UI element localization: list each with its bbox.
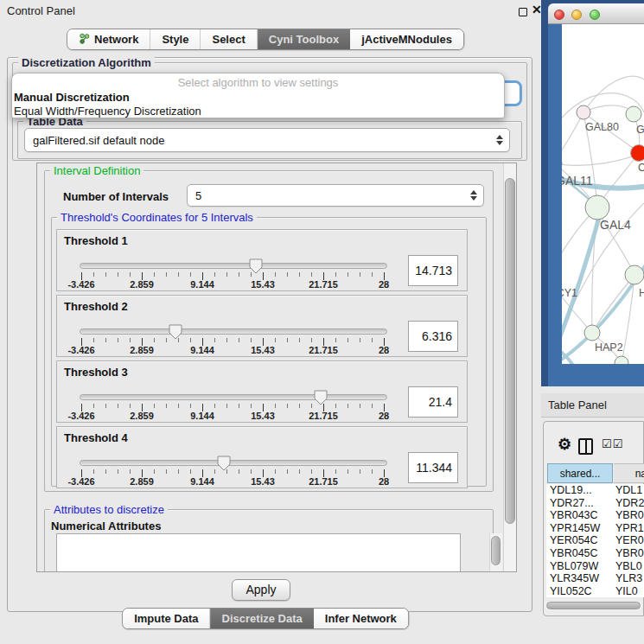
node-partial-right (625, 265, 644, 284)
tick-label: 2.859 (116, 279, 168, 290)
node-partial-bottom (615, 356, 628, 364)
table-hscrollbar-thumb[interactable] (546, 602, 641, 609)
group-title: Discretization Algorithm (18, 56, 155, 69)
cell-name: YBR0 (610, 547, 644, 560)
tick-label: 15.43 (237, 411, 289, 421)
zoom-traffic-light-icon[interactable] (590, 10, 600, 20)
table-row[interactable]: YBL079W YBL0 (546, 560, 644, 573)
node-label: GAL80 (585, 121, 619, 133)
cell-name: YDR2 (610, 497, 644, 510)
close-traffic-light-icon[interactable] (554, 10, 564, 20)
threshold-value-field[interactable]: 11.344 (408, 452, 458, 483)
table-row[interactable]: YDR27... YDR2 (546, 497, 644, 510)
tick-label: 9.144 (176, 345, 228, 355)
tab-label: Style (162, 33, 188, 46)
tab-cyni-toolbox[interactable]: Cyni Toolbox (258, 29, 350, 49)
attribute-item[interactable] (57, 562, 460, 572)
threshold-value-field[interactable]: 6.316 (408, 321, 458, 352)
gear-icon[interactable]: ⚙ (558, 435, 571, 454)
panel-title: Control Panel (7, 4, 75, 17)
tick-label: 28 (358, 476, 410, 487)
slider-handle[interactable] (169, 324, 182, 340)
threshold-panel: Threshold 3 -3.426 2.859 9.144 15.43 21.… (56, 360, 468, 423)
table-row[interactable]: YER054C YER0 (546, 534, 644, 547)
tick-label: 21.715 (297, 476, 349, 487)
slider-track[interactable] (80, 394, 387, 400)
network-graph-icon (79, 33, 90, 47)
group-title: Attributes to discretize (50, 503, 168, 516)
tab-label: jActiveMNodules (361, 33, 452, 46)
tab-infer-network[interactable]: Infer Network (314, 609, 408, 628)
tick-label: 2.859 (116, 476, 168, 487)
settings-scrollbar-thumb[interactable] (505, 178, 515, 524)
cell-name: YBL0 (610, 560, 644, 573)
threshold-value-field[interactable]: 14.713 (408, 255, 458, 286)
close-icon[interactable]: ✕ (532, 3, 542, 16)
column-header-name[interactable]: na (614, 463, 644, 483)
tab-impute-data[interactable]: Impute Data (123, 609, 210, 628)
cell-name: YLR3 (610, 572, 644, 585)
tab-select[interactable]: Select (201, 29, 257, 49)
table-row[interactable]: YBR045C YBR0 (546, 547, 644, 560)
group-title: Threshold's Coordinates for 5 Intervals (57, 211, 257, 224)
cell-shared-name: YPR145W (546, 522, 610, 535)
node-label: GCY1 (562, 287, 577, 299)
float-window-icon[interactable] (519, 8, 527, 16)
node-partial-top-right (626, 106, 641, 122)
cell-name: YDL1 (610, 484, 644, 497)
table-body[interactable]: YDL19... YDL1 YDR27... YDR2 YBR043C YBR0… (546, 484, 644, 597)
slider-track[interactable] (80, 460, 387, 466)
tick-label: -3.426 (55, 476, 107, 487)
num-intervals-select[interactable]: 5 (187, 184, 484, 207)
attributes-scrollbar-thumb[interactable] (491, 536, 501, 565)
minimize-traffic-light-icon[interactable] (571, 10, 582, 20)
tick-label: 28 (358, 411, 410, 421)
checkbox-filter-icons[interactable]: ☑☑ (602, 437, 623, 450)
cell-shared-name: YDL19... (546, 484, 610, 497)
table-row[interactable]: YPR145W YPR1 (546, 522, 644, 535)
tab-label: Select (212, 33, 245, 46)
attribute-item[interactable] (57, 548, 460, 562)
dropdown-option-manual[interactable]: Manual Discretization (14, 91, 130, 104)
tab-jactivemnodules[interactable]: jActiveMNodules (350, 29, 463, 49)
cell-shared-name: YER054C (546, 534, 610, 547)
threshold-label: Threshold 3 (64, 366, 128, 379)
apply-button[interactable]: Apply (232, 579, 290, 601)
tick-label: 2.859 (116, 411, 168, 421)
stepper-arrows-icon (496, 135, 503, 145)
table-data-selected-value: galFiltered.sif default node (33, 134, 164, 147)
slider-track[interactable] (80, 328, 387, 335)
table-row[interactable]: YLR345W YLR3 (546, 572, 644, 585)
table-row[interactable]: YIL052C YIL0 (546, 585, 644, 597)
node-label: HAP2 (595, 341, 623, 354)
cell-name: YPR1 (610, 522, 644, 535)
tab-network[interactable]: Network (67, 29, 150, 49)
column-layout-icon[interactable] (578, 438, 593, 455)
table-data-select[interactable]: galFiltered.sif default node (24, 128, 510, 152)
tab-style[interactable]: Style (150, 29, 201, 49)
tick-label: 9.144 (176, 476, 228, 487)
slider-handle[interactable] (249, 258, 263, 274)
tick-label: 21.715 (297, 411, 349, 421)
tick-label: 28 (358, 345, 410, 355)
tab-label: Infer Network (325, 612, 397, 625)
attribute-item[interactable] (57, 534, 460, 548)
attributes-list[interactable] (56, 533, 461, 572)
tab-discretize-data[interactable]: Discretize Data (211, 609, 314, 628)
tick-label: -3.426 (55, 411, 107, 421)
table-row[interactable]: YDL19... YDL1 (546, 484, 644, 497)
slider-handle[interactable] (217, 456, 231, 471)
dropdown-option-equal-width[interactable]: Equal Width/Frequency Discretization (14, 105, 201, 118)
slider-handle[interactable] (314, 390, 328, 405)
node-red-selected (631, 145, 644, 162)
cell-name: YIL0 (610, 585, 644, 597)
threshold-value-field[interactable]: 21.4 (408, 386, 458, 418)
tick-label: 21.715 (297, 279, 349, 290)
threshold-label: Threshold 2 (64, 300, 128, 313)
column-header-shared-name[interactable]: shared... (547, 463, 613, 483)
tab-label: Cyni Toolbox (269, 33, 339, 46)
network-graph[interactable]: GAL80 GA C GAL11 GAL4 GCY1 H HAP2 (562, 24, 644, 364)
slider-track[interactable] (80, 263, 387, 269)
table-row[interactable]: YBR043C YBR0 (546, 509, 644, 522)
tick-label: 15.43 (237, 345, 289, 355)
